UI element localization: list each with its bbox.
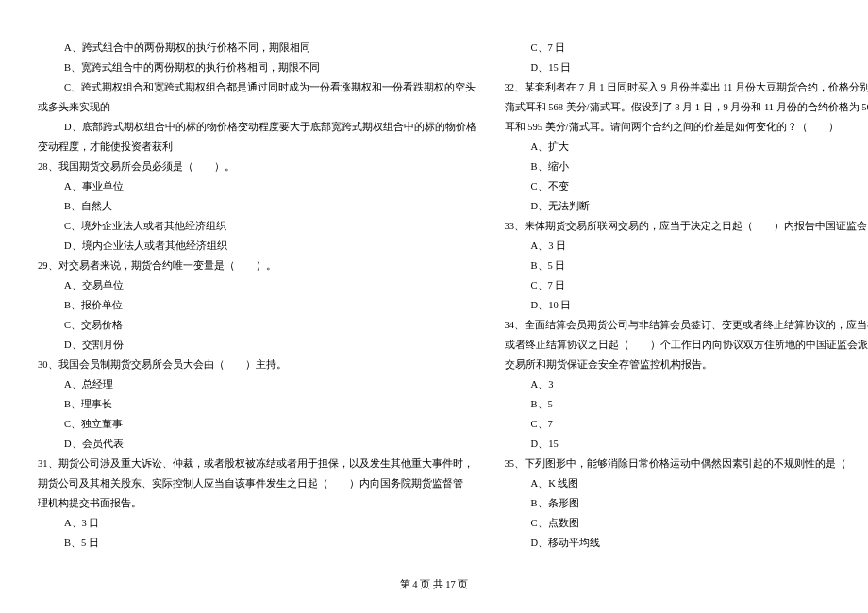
option-text: B、条形图: [505, 493, 868, 513]
question-text: 29、对交易者来说，期货合约唯一变量是（ ）。: [38, 256, 476, 275]
option-text: C、跨式期权组合和宽跨式期权组合都是通过同时成为一份看涨期权和一份看跌期权的空头: [38, 77, 476, 97]
option-text: C、不变: [505, 176, 868, 196]
option-text: B、自然人: [38, 196, 476, 216]
option-text: B、宽跨式组合中的两份期权的执行价格相同，期限不同: [38, 58, 476, 77]
question-text: 33、来体期货交易所联网交易的，应当于决定之日起（ ）内报告中国证监会。: [505, 216, 868, 236]
option-text: B、理事长: [38, 394, 476, 414]
option-text: D、交割月份: [38, 335, 476, 355]
question-text: 30、我国会员制期货交易所会员大会由（ ）主持。: [38, 355, 476, 374]
option-text: D、移动平均线: [505, 533, 868, 553]
option-text: A、3 日: [505, 236, 868, 256]
question-text: 交易所和期货保证金安全存管监控机构报告。: [505, 355, 868, 374]
option-text: D、15: [505, 434, 868, 454]
option-text: D、15 日: [505, 58, 868, 77]
page-columns: A、跨式组合中的两份期权的执行价格不同，期限相同 B、宽跨式组合中的两份期权的执…: [0, 0, 868, 575]
question-text: 蒲式耳和 568 美分/蒲式耳。假设到了 8 月 1 日，9 月份和 11 月份…: [505, 97, 868, 117]
option-text: D、10 日: [505, 295, 868, 315]
right-column: C、7 日 D、15 日 32、某套利者在 7 月 1 日同时买入 9 月份并卖…: [505, 38, 868, 575]
option-text: B、5: [505, 394, 868, 414]
question-text: 或者终止结算协议之日起（ ）个工作日内向协议双方住所地的中国证监会派出机构、期货: [505, 335, 868, 355]
option-text: C、点数图: [505, 513, 868, 533]
option-text: A、扩大: [505, 137, 868, 157]
option-text: C、7 日: [505, 275, 868, 295]
option-text: B、5 日: [38, 533, 476, 553]
option-text: B、报价单位: [38, 295, 476, 315]
option-text: D、底部跨式期权组合中的标的物价格变动程度要大于底部宽跨式期权组合中的标的物价格: [38, 117, 476, 137]
page-footer: 第 4 页 共 17 页: [0, 575, 868, 604]
option-text: 变动程度，才能使投资者获利: [38, 137, 476, 157]
question-text: 28、我国期货交易所会员必须是（ ）。: [38, 157, 476, 176]
option-text: C、7: [505, 414, 868, 434]
option-text: D、境内企业法人或者其他经济组织: [38, 236, 476, 256]
option-text: D、无法判断: [505, 196, 868, 216]
option-text: A、事业单位: [38, 176, 476, 196]
option-text: C、交易价格: [38, 315, 476, 335]
option-text: D、会员代表: [38, 434, 476, 454]
question-text: 34、全面结算会员期货公司与非结算会员签订、变更或者终止结算协议的，应当在签订、…: [505, 315, 868, 335]
option-text: B、5 日: [505, 256, 868, 275]
option-text: B、缩小: [505, 157, 868, 176]
option-text: C、境外企业法人或者其他经济组织: [38, 216, 476, 236]
option-text: A、3: [505, 374, 868, 394]
option-text: A、总经理: [38, 374, 476, 394]
option-text: 或多头来实现的: [38, 97, 476, 117]
option-text: A、K 线图: [505, 473, 868, 493]
question-text: 32、某套利者在 7 月 1 日同时买入 9 月份并卖出 11 月份大豆期货合约…: [505, 77, 868, 97]
option-text: A、跨式组合中的两份期权的执行价格不同，期限相同: [38, 38, 476, 58]
question-text: 35、下列图形中，能够消除日常价格运动中偶然因素引起的不规则性的是（ ）。: [505, 454, 868, 473]
option-text: A、3 日: [38, 513, 476, 533]
question-text: 期货公司及其相关股东、实际控制人应当自该事件发生之日起（ ）内向国务院期货监督管: [38, 473, 476, 493]
question-text: 理机构提交书面报告。: [38, 493, 476, 513]
option-text: A、交易单位: [38, 275, 476, 295]
question-text: 31、期货公司涉及重大诉讼、仲裁，或者股权被冻结或者用于担保，以及发生其他重大事…: [38, 454, 476, 473]
question-text: 耳和 595 美分/蒲式耳。请问两个合约之间的价差是如何变化的？（ ）: [505, 117, 868, 137]
option-text: C、7 日: [505, 38, 868, 58]
left-column: A、跨式组合中的两份期权的执行价格不同，期限相同 B、宽跨式组合中的两份期权的执…: [38, 38, 476, 575]
option-text: C、独立董事: [38, 414, 476, 434]
